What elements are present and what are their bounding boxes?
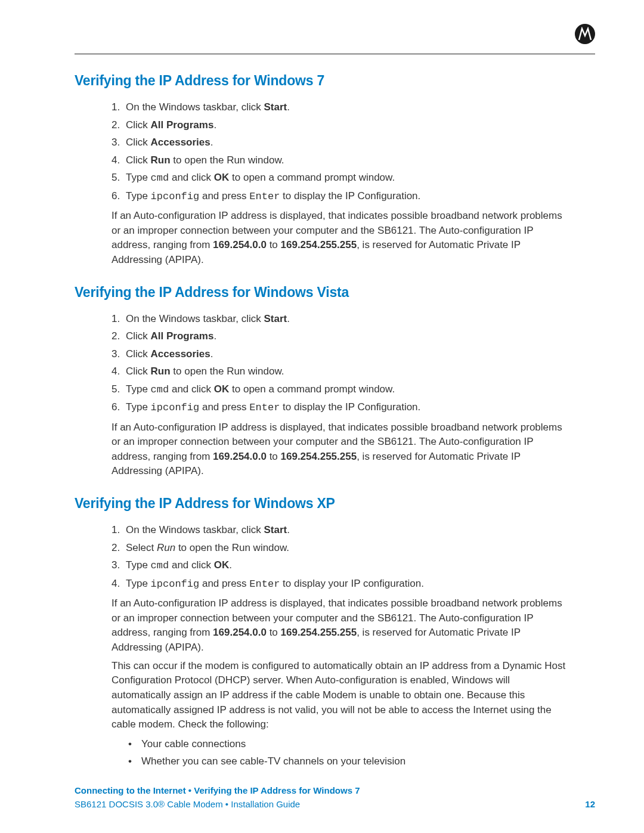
page-content: Verifying the IP Address for Windows 7On… <box>75 73 569 770</box>
step-item: Type ipconfig and press Enter to display… <box>112 188 569 205</box>
section-heading: Verifying the IP Address for Windows Vis… <box>75 284 569 301</box>
section-heading: Verifying the IP Address for Windows 7 <box>75 73 569 89</box>
footer-docline: SB6121 DOCSIS 3.0® Cable Modem • Install… <box>75 799 595 809</box>
body-paragraph: If an Auto-configuration IP address is d… <box>112 420 569 479</box>
bullet-item: Whether you can see cable-TV channels on… <box>128 753 569 770</box>
step-item: Click All Programs. <box>112 117 569 133</box>
step-list: On the Windows taskbar, click Start.Sele… <box>112 522 569 592</box>
body-paragraph: If an Auto-configuration IP address is d… <box>112 209 569 268</box>
header-rule <box>75 54 595 54</box>
step-item: Click Accessories. <box>112 346 569 362</box>
step-list: On the Windows taskbar, click Start.Clic… <box>112 100 569 204</box>
body-paragraph: If an Auto-configuration IP address is d… <box>112 596 569 655</box>
motorola-logo <box>575 24 595 44</box>
footer-breadcrumb: Connecting to the Internet • Verifying t… <box>75 785 595 795</box>
step-item: Click Run to open the Run window. <box>112 153 569 168</box>
motorola-m-icon <box>578 27 592 41</box>
page-footer: Connecting to the Internet • Verifying t… <box>75 785 595 809</box>
step-item: Type cmd and click OK. <box>112 558 569 574</box>
step-item: On the Windows taskbar, click Start. <box>112 522 569 538</box>
footer-doc-title: SB6121 DOCSIS 3.0® Cable Modem • Install… <box>75 799 300 809</box>
step-item: On the Windows taskbar, click Start. <box>112 100 569 115</box>
step-item: Select Run to open the Run window. <box>112 540 569 556</box>
footer-page-number: 12 <box>585 799 595 809</box>
bullet-list: Your cable connectionsWhether you can se… <box>128 736 569 770</box>
step-item: Type ipconfig and press Enter to display… <box>112 400 569 416</box>
step-item: Type cmd and click OK to open a command … <box>112 382 569 398</box>
bullet-item: Your cable connections <box>128 736 569 753</box>
step-item: Type ipconfig and press Enter to display… <box>112 576 569 592</box>
step-item: Click All Programs. <box>112 329 569 344</box>
document-page: Verifying the IP Address for Windows 7On… <box>0 0 644 833</box>
step-item: Click Run to open the Run window. <box>112 364 569 379</box>
step-item: Type cmd and click OK to open a command … <box>112 170 569 186</box>
logo-circle <box>575 24 595 44</box>
step-item: On the Windows taskbar, click Start. <box>112 311 569 327</box>
body-paragraph: This can occur if the modem is configure… <box>112 659 569 732</box>
step-list: On the Windows taskbar, click Start.Clic… <box>112 311 569 416</box>
step-item: Click Accessories. <box>112 135 569 150</box>
section-heading: Verifying the IP Address for Windows XP <box>75 496 569 512</box>
